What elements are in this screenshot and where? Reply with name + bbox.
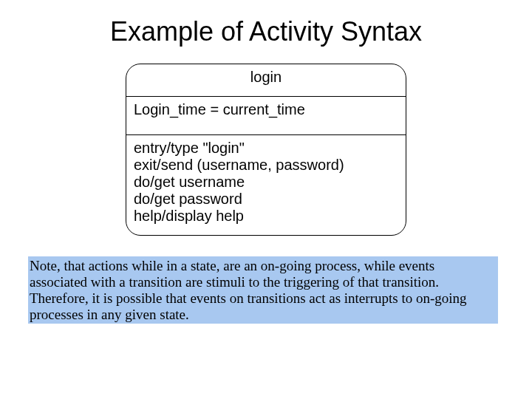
state-action-line: entry/type "login" — [134, 140, 398, 157]
state-action-line: do/get username — [134, 174, 398, 191]
state-action-line: do/get password — [134, 191, 398, 208]
slide-title: Example of Activity Syntax — [0, 0, 532, 47]
state-name: login — [126, 64, 406, 97]
state-action-line: exit/send (username, password) — [134, 157, 398, 174]
footnote: Note, that actions while in a state, are… — [28, 256, 498, 324]
state-internal: Login_time = current_time — [126, 97, 406, 135]
state-actions: entry/type "login" exit/send (username, … — [126, 135, 406, 235]
state-box: login Login_time = current_time entry/ty… — [126, 64, 406, 236]
state-action-line: help/display help — [134, 208, 398, 225]
